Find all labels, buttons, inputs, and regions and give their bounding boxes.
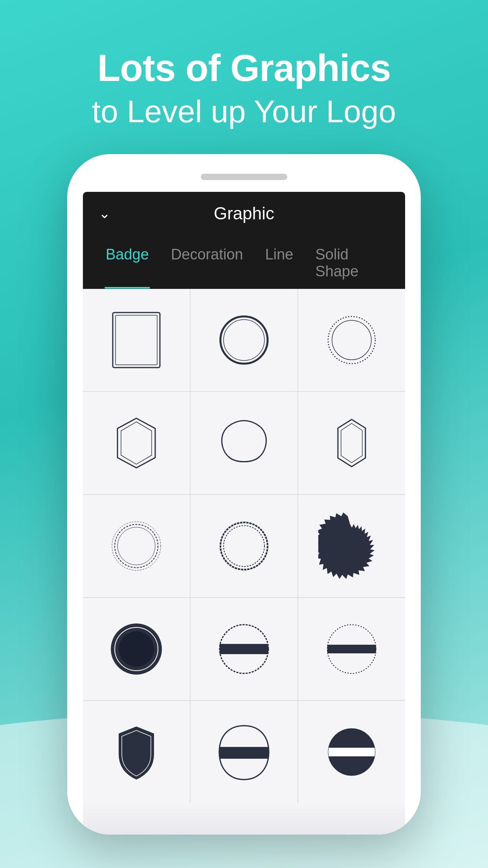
svg-marker-7	[121, 422, 152, 464]
header-title: Lots of Graphics	[92, 47, 396, 89]
grid-cell-5[interactable]	[191, 392, 297, 494]
grid-cell-7[interactable]	[83, 495, 190, 597]
svg-marker-8	[338, 419, 365, 467]
grid-cell-10[interactable]	[83, 598, 190, 700]
grid-cell-1[interactable]	[83, 289, 190, 391]
app-screen: ⌄ Graphic Badge Decoration Line Solid Sh…	[83, 192, 405, 835]
svg-point-2	[220, 316, 268, 364]
svg-point-13	[220, 522, 268, 570]
nav-bar: ⌄ Graphic	[83, 192, 405, 235]
grid-cell-14[interactable]	[191, 701, 297, 803]
grid-cell-12[interactable]	[298, 598, 405, 700]
grid-cell-9[interactable]	[298, 495, 405, 597]
svg-point-10	[112, 522, 161, 570]
phone-notch	[201, 174, 287, 180]
svg-point-4	[328, 316, 375, 364]
tab-bar: Badge Decoration Line Solid Shape	[83, 235, 405, 289]
svg-point-14	[224, 526, 264, 566]
svg-rect-19	[220, 644, 268, 654]
grid-cell-4[interactable]	[83, 392, 190, 494]
svg-rect-22	[327, 645, 376, 653]
svg-marker-6	[117, 418, 155, 468]
tab-badge[interactable]: Badge	[95, 235, 160, 289]
back-button[interactable]: ⌄	[99, 205, 110, 222]
svg-point-12	[117, 527, 155, 565]
svg-rect-24	[219, 747, 269, 759]
tab-solid-shape[interactable]: Solid Shape	[305, 235, 394, 289]
svg-marker-9	[341, 423, 362, 463]
grid-cell-2[interactable]	[191, 289, 297, 391]
bottom-fade	[83, 803, 405, 835]
header-subtitle: to Level up Your Logo	[92, 93, 396, 131]
graphics-grid	[83, 289, 405, 803]
tab-decoration[interactable]: Decoration	[160, 235, 254, 289]
svg-point-5	[332, 320, 371, 360]
grid-cell-3[interactable]	[298, 289, 405, 391]
svg-rect-26	[328, 748, 375, 756]
grid-cell-13[interactable]	[83, 701, 190, 803]
svg-rect-1	[116, 315, 157, 365]
grid-cell-11[interactable]	[191, 598, 297, 700]
svg-point-11	[115, 524, 158, 568]
grid-cell-15[interactable]	[298, 701, 405, 803]
tab-line[interactable]: Line	[254, 235, 305, 289]
header-section: Lots of Graphics to Level up Your Logo	[92, 47, 396, 131]
svg-point-17	[119, 631, 154, 667]
svg-rect-0	[113, 313, 160, 368]
phone-frame: ⌄ Graphic Badge Decoration Line Solid Sh…	[67, 154, 421, 835]
grid-cell-6[interactable]	[298, 392, 405, 494]
svg-point-3	[224, 320, 264, 360]
nav-title: Graphic	[214, 204, 274, 223]
grid-cell-8[interactable]	[191, 495, 297, 597]
